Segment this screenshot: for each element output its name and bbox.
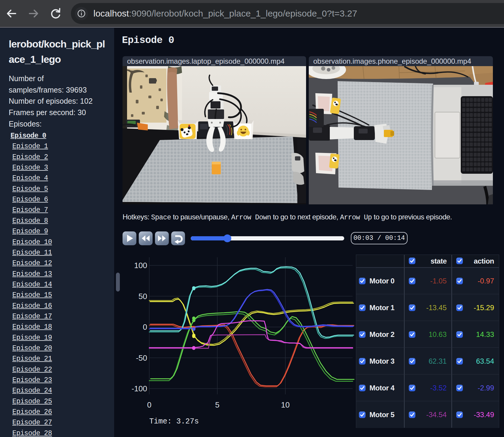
svg-text:-100: -100 xyxy=(132,384,147,393)
svg-text:-50: -50 xyxy=(136,353,147,362)
svg-text:10: 10 xyxy=(281,400,290,409)
svg-text:5: 5 xyxy=(215,400,219,409)
svg-text:100: 100 xyxy=(134,261,147,270)
svg-text:50: 50 xyxy=(138,292,147,301)
svg-text:0: 0 xyxy=(147,400,151,409)
svg-text:0: 0 xyxy=(143,322,147,332)
